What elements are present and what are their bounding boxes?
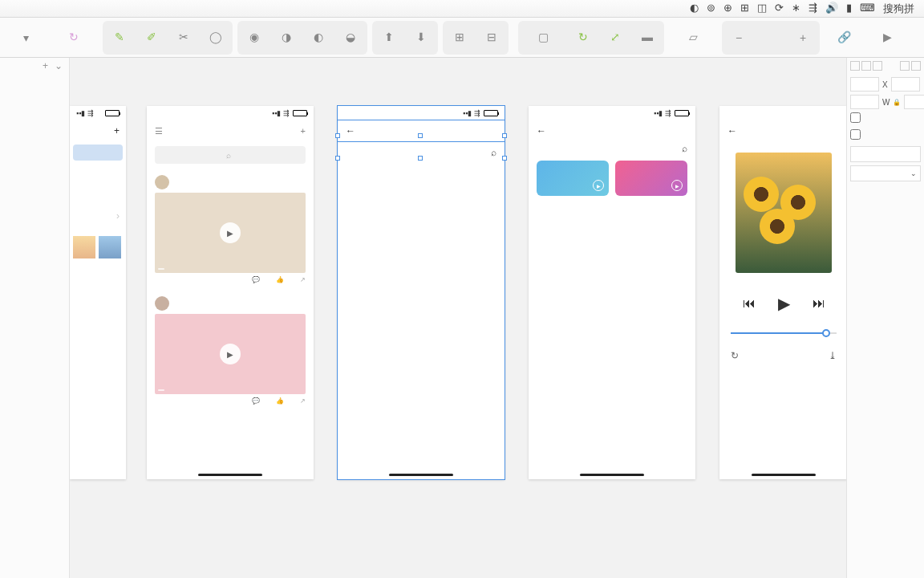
avatar[interactable] — [155, 296, 169, 311]
lock-icon[interactable]: 🔒 — [893, 99, 901, 106]
radio-card[interactable]: ▶ — [615, 161, 687, 196]
cloud-button[interactable]: ☁ — [911, 20, 924, 55]
group-button[interactable]: ⊞ — [444, 22, 475, 53]
battery-icon — [293, 110, 307, 116]
x-input[interactable] — [850, 77, 879, 92]
back-icon[interactable]: ← — [537, 125, 546, 136]
align-right-icon[interactable] — [873, 61, 882, 71]
progress-bar[interactable] — [731, 332, 837, 334]
mask-button[interactable]: ◯ — [201, 22, 231, 53]
next-icon[interactable]: ⏭ — [813, 296, 825, 311]
back-icon[interactable]: ← — [727, 125, 737, 136]
battery-icon — [675, 110, 689, 116]
download-icon[interactable]: ⤓ — [829, 350, 837, 361]
round-button[interactable]: ▢ — [520, 22, 566, 53]
ungroup-button[interactable]: ⊟ — [476, 22, 507, 53]
link-button[interactable]: 🔗 — [825, 20, 863, 55]
play-icon[interactable]: ▶ — [593, 180, 604, 191]
status-icon: ◫ — [757, 2, 767, 16]
bluetooth-icon: ∗ — [792, 2, 800, 16]
zoom-in-button[interactable]: + — [788, 22, 818, 53]
add-page-icon[interactable]: + — [43, 60, 48, 71]
rotate-button[interactable]: ↻ — [568, 22, 598, 53]
inspector-panel: X W🔒 ⌄ — [846, 58, 924, 578]
chevron-right-icon[interactable]: › — [116, 210, 120, 222]
repeat-icon[interactable]: ↻ — [731, 350, 739, 361]
layers-panel: +⌄ — [0, 58, 70, 578]
home-indicator — [198, 474, 262, 476]
intersect-button[interactable]: ◐ — [303, 22, 334, 53]
union-button[interactable]: ◉ — [239, 22, 270, 53]
play-icon[interactable]: ▶ — [220, 344, 241, 364]
play-icon[interactable]: ▶ — [671, 180, 683, 191]
add-icon[interactable]: + — [301, 126, 306, 136]
y-input[interactable] — [891, 77, 920, 92]
search-icon: ⌕ — [226, 151, 231, 160]
menu-icon[interactable]: ☰ — [155, 126, 163, 136]
album-art — [736, 153, 832, 273]
input-icon: ⌨ — [860, 2, 875, 16]
subtract-button[interactable]: ◑ — [271, 22, 302, 53]
zoom-value[interactable] — [756, 22, 786, 53]
artboard-radio[interactable]: ▪▪▮ ⇶ ← ⌕ ▶ ▶ — [529, 106, 695, 479]
flatten-button[interactable]: ▬ — [632, 22, 663, 53]
insert-dropdown[interactable]: ▾ — [6, 20, 45, 55]
search-input[interactable]: ⌕ — [155, 146, 306, 164]
zoom-out-button[interactable]: − — [723, 22, 754, 53]
scale-button[interactable]: ⤢ — [600, 22, 630, 53]
search-icon: 搜狗拼 — [883, 2, 914, 16]
signal-icon: ▪▪▮ ⇶ — [654, 109, 671, 117]
radio-card[interactable]: ▶ — [537, 161, 609, 196]
align-top-icon[interactable] — [900, 61, 910, 71]
create-symbol-button[interactable]: ↻ — [55, 20, 93, 55]
scissors-button[interactable]: ✂ — [168, 22, 199, 53]
forward-button[interactable]: ⬆ — [374, 22, 404, 53]
align-center-icon[interactable] — [861, 61, 871, 71]
play-icon[interactable]: ▶ — [778, 294, 790, 313]
canvas[interactable]: ▪▪▮ ⇶ + › ▪▪▮ ⇶ ☰ + ⌕ ▶ — [70, 58, 846, 578]
artboard-player[interactable]: ← ⏮ ▶ ⏭ ↻⤓ — [719, 106, 846, 479]
artboard-music-list[interactable]: ▪▪▮ ⇶ ← ⌕ — [338, 106, 505, 479]
home-indicator — [580, 474, 644, 476]
align-left-icon[interactable] — [850, 61, 860, 71]
select-group-checkbox[interactable] — [850, 112, 861, 123]
signal-icon: ▪▪▮ ⇶ — [76, 109, 94, 117]
page-menu-icon[interactable]: ⌄ — [55, 60, 63, 71]
search-icon[interactable]: ⌕ — [491, 147, 496, 158]
post-image[interactable]: ▶ — [155, 193, 306, 273]
sketch-toolbar: ▾ ↻ ✎ ✐ ✂ ◯ ◉ ◑ ◐ ◒ ⬆ ⬇ ⊞ ⊟ ▢ ↻ ⤢ ▬ ▱ − … — [0, 18, 924, 58]
battery-icon: ▮ — [846, 2, 852, 16]
search-icon[interactable]: ⌕ — [682, 143, 687, 154]
transform-button[interactable]: ▱ — [674, 20, 712, 55]
h-input[interactable] — [904, 95, 924, 109]
wifi-icon: ⇶ — [808, 2, 817, 16]
mac-menubar: ◐ ⊚ ⊕ ⊞ ◫ ⟳ ∗ ⇶ 🔊 ▮ ⌨ 搜狗拼 — [0, 0, 924, 18]
difference-button[interactable]: ◒ — [335, 22, 366, 53]
home-indicator — [752, 474, 816, 476]
prev-icon[interactable]: ⏮ — [743, 296, 756, 311]
main-area: +⌄ ▪▪▮ ⇶ + › ▪▪▮ ⇶ ☰ — [0, 58, 924, 578]
thumb[interactable] — [73, 236, 95, 258]
avatar[interactable] — [155, 175, 169, 189]
w-input[interactable] — [850, 95, 879, 109]
layer-style-select[interactable] — [850, 146, 921, 162]
signal-icon: ▪▪▮ ⇶ — [463, 109, 480, 117]
status-icon: ⊞ — [740, 2, 749, 16]
opacity-select[interactable]: ⌄ — [850, 165, 921, 181]
align-middle-icon[interactable] — [911, 61, 921, 71]
preview-button[interactable]: ▶ — [868, 20, 906, 55]
play-icon[interactable]: ▶ — [220, 222, 241, 243]
add-icon[interactable]: + — [114, 125, 120, 136]
artboard-friends[interactable]: ▪▪▮ ⇶ ☰ + ⌕ ▶ 💬👍↗ ▶ 💬👍↗ — [147, 106, 314, 479]
backward-button[interactable]: ⬇ — [406, 22, 436, 53]
artboard-friends-partial[interactable]: ▪▪▮ ⇶ + › — [70, 106, 126, 479]
edit-button[interactable]: ✎ — [104, 22, 135, 53]
home-indicator — [389, 474, 453, 476]
vector-button[interactable]: ✐ — [136, 22, 167, 53]
fix-position-checkbox[interactable] — [850, 129, 861, 140]
back-icon[interactable]: ← — [346, 125, 355, 136]
status-icon: ⊕ — [723, 2, 732, 16]
thumb[interactable] — [99, 236, 121, 258]
status-icon: ⊚ — [707, 2, 715, 16]
post-image[interactable]: ▶ — [155, 314, 306, 394]
